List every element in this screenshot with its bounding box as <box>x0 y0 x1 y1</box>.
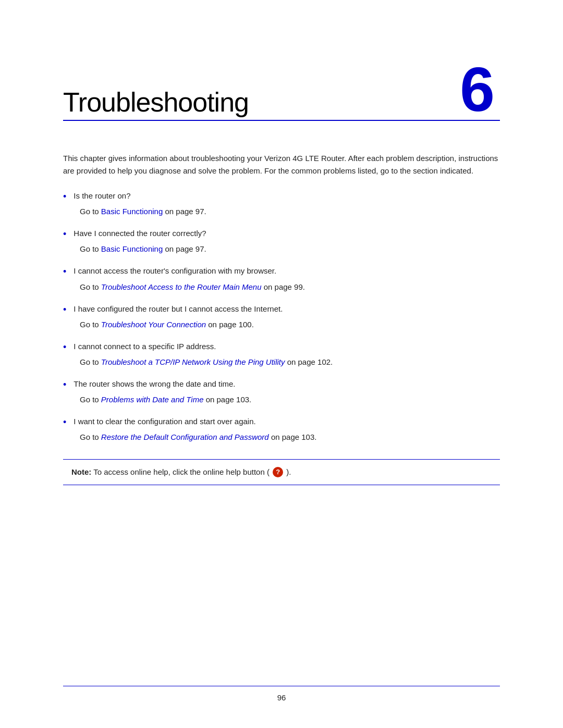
bullet-text: Is the router on? <box>74 190 130 202</box>
problems-date-time-link[interactable]: Problems with Date and Time <box>101 395 204 404</box>
list-item: • Is the router on? Go to Basic Function… <box>63 190 500 218</box>
list-item: • I want to clear the configuration and … <box>63 415 500 443</box>
content-area: Troubleshooting 6 This chapter gives inf… <box>0 0 563 548</box>
bullet-row: • I want to clear the configuration and … <box>63 415 500 429</box>
bullet-dot: • <box>63 416 66 429</box>
bullet-row: • Is the router on? <box>63 190 500 203</box>
restore-default-link[interactable]: Restore the Default Configuration and Pa… <box>101 433 269 441</box>
note-text: To access online help, click the online … <box>93 467 270 476</box>
bullet-text: I want to clear the configuration and st… <box>74 415 255 428</box>
bullet-text: I cannot access the router's configurati… <box>74 265 276 277</box>
bottom-divider <box>63 686 500 686</box>
bullet-text: Have I connected the router correctly? <box>74 227 206 240</box>
troubleshoot-connection-link[interactable]: Troubleshoot Your Connection <box>101 320 206 329</box>
intro-text: This chapter gives information about tro… <box>63 152 500 177</box>
note-label: Note: <box>71 467 91 476</box>
bullet-text: The router shows the wrong the date and … <box>74 378 235 390</box>
bullet-dot: • <box>63 378 66 391</box>
bullet-text: I cannot connect to a specific IP addres… <box>74 340 216 353</box>
basic-functioning-link-1[interactable]: Basic Functioning <box>101 207 163 216</box>
goto-line: Go to Problems with Date and Time on pag… <box>80 393 500 406</box>
bullet-text: I have configured the router but I canno… <box>74 303 283 315</box>
bullet-row: • Have I connected the router correctly? <box>63 227 500 241</box>
help-button-icon <box>273 467 283 477</box>
goto-line: Go to Restore the Default Configuration … <box>80 431 500 443</box>
goto-line: Go to Basic Functioning on page 97. <box>80 205 500 218</box>
bullet-row: • I cannot connect to a specific IP addr… <box>63 340 500 354</box>
goto-line: Go to Basic Functioning on page 97. <box>80 243 500 255</box>
note-box: Note: To access online help, click the o… <box>63 459 500 485</box>
bullet-dot: • <box>63 190 66 203</box>
chapter-title: Troubleshooting <box>63 89 249 116</box>
list-item: • I cannot access the router's configura… <box>63 265 500 293</box>
goto-line: Go to Troubleshoot a TCP/IP Network Usin… <box>80 356 500 368</box>
basic-functioning-link-2[interactable]: Basic Functioning <box>101 244 163 253</box>
troubleshoot-access-link[interactable]: Troubleshoot Access to the Router Main M… <box>101 282 262 291</box>
bullet-dot: • <box>63 265 66 278</box>
bullet-list: • Is the router on? Go to Basic Function… <box>63 190 500 443</box>
list-item: • I cannot connect to a specific IP addr… <box>63 340 500 368</box>
list-item: • I have configured the router but I can… <box>63 303 500 331</box>
list-item: • Have I connected the router correctly?… <box>63 227 500 255</box>
bullet-dot: • <box>63 303 66 316</box>
list-item: • The router shows the wrong the date an… <box>63 378 500 406</box>
bullet-dot: • <box>63 228 66 241</box>
troubleshoot-ping-link[interactable]: Troubleshoot a TCP/IP Network Using the … <box>101 357 285 366</box>
header-divider <box>63 120 500 121</box>
bullet-row: • I have configured the router but I can… <box>63 303 500 316</box>
goto-line: Go to Troubleshoot Your Connection on pa… <box>80 318 500 331</box>
chapter-header: Troubleshooting 6 <box>63 63 500 116</box>
bullet-row: • The router shows the wrong the date an… <box>63 378 500 391</box>
page: Troubleshooting 6 This chapter gives inf… <box>0 0 563 728</box>
note-suffix: ). <box>286 467 291 476</box>
bullet-dot: • <box>63 341 66 354</box>
page-number: 96 <box>0 693 563 702</box>
goto-line: Go to Troubleshoot Access to the Router … <box>80 281 500 293</box>
chapter-number: 6 <box>460 63 495 116</box>
bullet-row: • I cannot access the router's configura… <box>63 265 500 278</box>
